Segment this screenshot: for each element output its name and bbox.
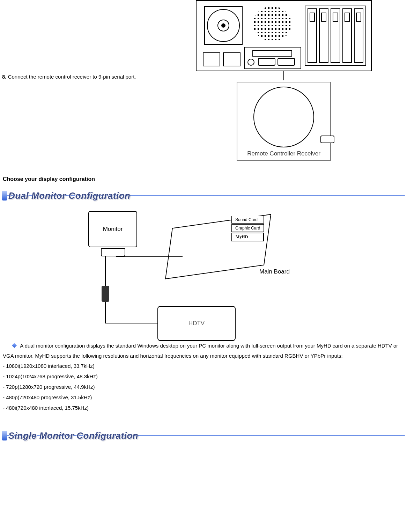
- mainboard-label: Main Board: [259, 268, 290, 275]
- dual-banner-label: Dual Monitor Configuration: [8, 190, 135, 201]
- serial-plug-icon: [320, 136, 334, 143]
- resolution-item: - 480i(720x480 interlaced, 15.75kHz): [3, 403, 404, 413]
- spacer: [2, 413, 405, 427]
- step-number: 8.: [2, 74, 7, 80]
- power-socket-icon: [203, 52, 220, 66]
- resolution-item: - 720p(1280x720 progressive, 44.9kHz): [3, 382, 404, 392]
- step-description: Connect the remote control receiver to 9…: [8, 74, 136, 80]
- dual-description-paragraph: A dual monitor configuration displays th…: [3, 341, 404, 361]
- resolution-item: - 480p(720x480 progressive, 31.5kHz): [3, 392, 404, 403]
- pc-back-panel-icon: [196, 0, 372, 71]
- banner-cap-icon: [2, 191, 7, 201]
- card-stack: Sound Card Graphic Card MyHD: [231, 216, 264, 242]
- io-panel-icon: [244, 47, 301, 69]
- cable-coil-icon: [253, 87, 314, 147]
- myhd-card-label: MyHD: [231, 233, 264, 241]
- connector-line-icon: [105, 256, 106, 286]
- receiver-caption: Remote Controller Receiver: [237, 149, 330, 158]
- document-page: 8. Connect the remote control receiver t…: [0, 0, 407, 458]
- graphic-card-label: Graphic Card: [231, 224, 264, 232]
- resolution-item: - 1024p(1024x768 progressive, 48.3kHz): [3, 371, 404, 382]
- sound-card-label: Sound Card: [231, 216, 264, 224]
- connector-line-icon: [105, 302, 106, 323]
- resolution-item: - 1080i(1920x1080 interlaced, 33.7kHz): [3, 361, 404, 371]
- dual-description-text: A dual monitor configuration displays th…: [3, 343, 398, 359]
- crt-monitor-icon: Monitor: [85, 209, 141, 258]
- remote-receiver-figure: Remote Controller Receiver: [237, 82, 331, 161]
- dual-monitor-banner: Dual Monitor Configuration: [2, 189, 405, 202]
- hdtv-label: HDTV: [157, 306, 236, 341]
- step-row: 8. Connect the remote control receiver t…: [2, 0, 405, 161]
- dual-monitor-diagram: Monitor Sound Card Graphic Card MyHD Mai…: [78, 205, 329, 338]
- resolution-list: - 1080i(1920x1080 interlaced, 33.7kHz) -…: [3, 361, 404, 413]
- diamond-bullet-icon: [12, 343, 17, 348]
- choose-config-heading: Choose your display configuration: [3, 176, 405, 182]
- expansion-slots-icon: [305, 6, 366, 66]
- power-socket-icon: [223, 52, 240, 66]
- speaker-grille-icon: [253, 6, 291, 41]
- banner-cap-icon: [2, 431, 7, 440]
- pc-rear-figure: Remote Controller Receiver: [163, 0, 405, 161]
- single-banner-label: Single Monitor Configuration: [8, 430, 142, 441]
- connector-line-icon: [105, 323, 157, 323]
- step-8-text: 8. Connect the remote control receiver t…: [2, 0, 156, 80]
- single-monitor-banner: Single Monitor Configuration: [2, 429, 405, 442]
- adapter-icon: [102, 286, 109, 302]
- fan-icon: [204, 6, 243, 45]
- monitor-label: Monitor: [88, 211, 137, 247]
- leader-line-icon: [283, 71, 284, 80]
